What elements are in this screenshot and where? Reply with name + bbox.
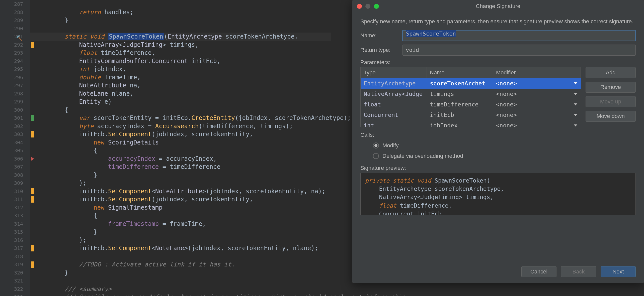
- parameter-row[interactable]: ConcurrentinitEcb<none>: [361, 110, 581, 120]
- gutter: 287288289290291🔨292293294295296297298299…: [0, 0, 30, 296]
- param-modifier[interactable]: <none>: [493, 101, 581, 108]
- move-up-button[interactable]: Move up: [586, 96, 636, 107]
- dialog-title: Change Signature: [352, 0, 644, 12]
- line-number: 317: [0, 244, 30, 252]
- line-number: 311: [0, 195, 30, 204]
- signature-preview-label: Signature preview:: [360, 165, 636, 171]
- refactor-icon[interactable]: 🔨: [16, 34, 21, 39]
- name-label: Name:: [360, 32, 398, 39]
- param-name[interactable]: scoreTokenArchet: [427, 80, 493, 87]
- return-type-field[interactable]: [402, 45, 636, 56]
- line-number: 293: [0, 49, 30, 57]
- change-signature-dialog: Change Signature Specify new name, retur…: [352, 0, 644, 283]
- dialog-description: Specify new name, return type and parame…: [360, 18, 636, 26]
- radio-modify[interactable]: Modify: [373, 140, 636, 151]
- line-number: 313: [0, 212, 30, 220]
- radio-delegate-label: Delegate via overloading method: [382, 153, 463, 159]
- code-line[interactable]: /// <summary>: [36, 285, 644, 293]
- param-modifier[interactable]: <none>: [493, 91, 581, 97]
- line-number: 314: [0, 220, 30, 228]
- window-maximize-icon[interactable]: [374, 4, 379, 9]
- param-type[interactable]: float: [361, 101, 427, 108]
- change-marker: [31, 115, 34, 121]
- remove-button[interactable]: Remove: [586, 82, 636, 93]
- change-marker: [31, 196, 34, 203]
- return-type-label: Return type:: [360, 47, 398, 53]
- chevron-down-icon: [574, 114, 577, 116]
- calls-label: Calls:: [360, 132, 636, 138]
- param-modifier[interactable]: <none>: [493, 80, 581, 87]
- change-marker-column: [30, 0, 36, 296]
- line-number: 321: [0, 277, 30, 285]
- radio-icon: [373, 153, 379, 159]
- param-type[interactable]: Concurrent: [361, 112, 427, 118]
- code-line[interactable]: /// Possible to return default when not …: [36, 293, 644, 296]
- column-header-modifier[interactable]: Modifier: [493, 67, 581, 78]
- window-minimize-icon: [365, 4, 370, 9]
- column-header-name[interactable]: Name: [427, 67, 493, 78]
- change-marker: [31, 131, 34, 137]
- param-type[interactable]: EntityArchetype: [361, 80, 427, 87]
- line-number: 304: [0, 138, 30, 147]
- line-number: 316: [0, 236, 30, 244]
- line-number: 309: [0, 179, 30, 187]
- line-number: 305: [0, 146, 30, 155]
- line-number: 288: [0, 8, 30, 17]
- param-name[interactable]: initEcb: [427, 112, 493, 118]
- line-number: 299: [0, 98, 30, 106]
- signature-preview: private static void SpawnScoreToken( Ent…: [360, 173, 636, 215]
- line-number: 307: [0, 163, 30, 171]
- param-modifier[interactable]: <none>: [493, 122, 581, 127]
- radio-modify-label: Modify: [382, 142, 399, 149]
- line-number: 298: [0, 90, 30, 98]
- line-number: 289: [0, 16, 30, 25]
- chevron-down-icon: [574, 82, 577, 84]
- window-close-icon[interactable]: [357, 4, 362, 9]
- radio-delegate[interactable]: Delegate via overloading method: [373, 151, 636, 161]
- line-number: 318: [0, 252, 30, 261]
- line-number: 303: [0, 130, 30, 138]
- line-number: 306: [0, 155, 30, 163]
- param-type[interactable]: NativeArray<Judge: [361, 91, 427, 97]
- line-number: 294: [0, 57, 30, 65]
- line-number: 292: [0, 41, 30, 49]
- line-number: 291🔨: [0, 33, 30, 41]
- column-header-type[interactable]: Type: [361, 67, 427, 78]
- line-number: 310: [0, 187, 30, 196]
- parameters-header: Type Name Modifier: [361, 67, 581, 78]
- line-number: 301: [0, 114, 30, 122]
- name-field[interactable]: SpawnScoreToken: [402, 30, 636, 41]
- param-name[interactable]: timings: [427, 91, 493, 97]
- change-marker: [31, 42, 34, 48]
- radio-icon: [373, 142, 379, 149]
- line-number: 296: [0, 73, 30, 82]
- line-number: 295: [0, 65, 30, 73]
- line-number: 312: [0, 204, 30, 212]
- param-name[interactable]: jobIndex: [427, 122, 493, 127]
- line-number: 300: [0, 106, 30, 114]
- parameter-row[interactable]: floattimeDifference<none>: [361, 99, 581, 110]
- line-number: 287: [0, 0, 30, 8]
- chevron-down-icon: [574, 124, 577, 126]
- parameter-row[interactable]: EntityArchetypescoreTokenArchet<none>: [361, 78, 581, 89]
- chevron-down-icon: [574, 93, 577, 95]
- line-number: 322: [0, 285, 30, 293]
- line-number: 320: [0, 269, 30, 277]
- line-number: 290: [0, 25, 30, 33]
- line-number: 315: [0, 228, 30, 236]
- breakpoint-icon[interactable]: [31, 157, 34, 161]
- param-type[interactable]: int: [361, 122, 427, 127]
- dialog-titlebar: Change Signature: [352, 0, 644, 12]
- parameters-label: Parameters:: [360, 59, 636, 66]
- param-name[interactable]: timeDifference: [427, 101, 493, 108]
- cancel-button[interactable]: Cancel: [521, 266, 556, 277]
- parameter-row[interactable]: NativeArray<Judgetimings<none>: [361, 89, 581, 99]
- move-down-button[interactable]: Move down: [586, 111, 636, 122]
- parameter-row[interactable]: intjobIndex<none>: [361, 120, 581, 127]
- back-button[interactable]: Back: [561, 266, 596, 277]
- next-button[interactable]: Next: [601, 266, 636, 277]
- param-modifier[interactable]: <none>: [493, 112, 581, 118]
- parameters-table[interactable]: Type Name Modifier EntityArchetypescoreT…: [360, 67, 581, 127]
- change-marker: [31, 261, 34, 268]
- add-button[interactable]: Add: [586, 67, 636, 78]
